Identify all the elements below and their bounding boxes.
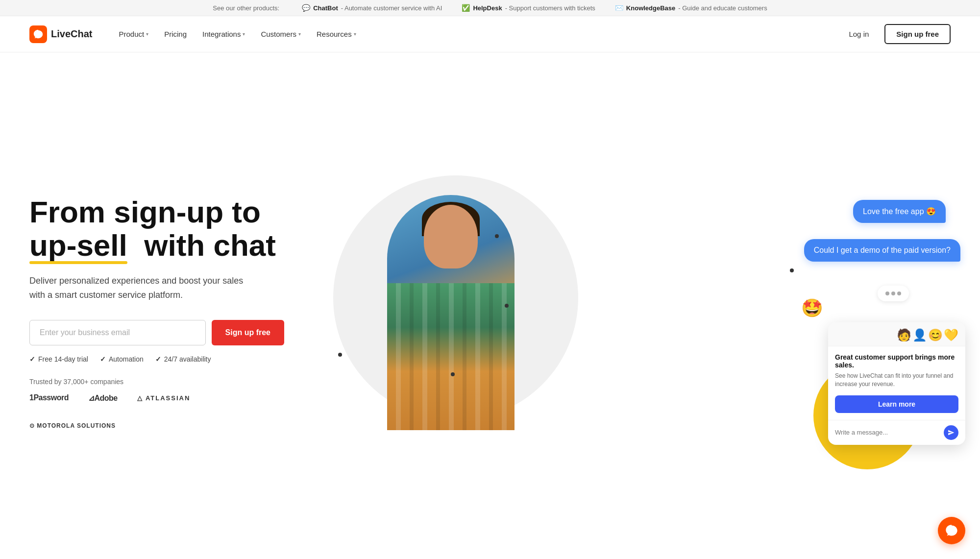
dot-3 [338, 353, 342, 357]
trusted-label: Trusted by 37,000+ companies [29, 378, 294, 386]
chat-widget-body: Great customer support brings more sales… [828, 346, 965, 420]
emoji-row: 🧑 👤 😊 💛 [897, 328, 958, 342]
person-head [424, 205, 478, 268]
nav-integrations[interactable]: Integrations ▾ [196, 26, 252, 42]
hero-title: From sign-up to up-sell with chat [29, 195, 294, 262]
login-button[interactable]: Log in [839, 25, 879, 43]
logo-1password: 1Password [29, 393, 69, 402]
hero-illustration: Love the free app 😍 Could I get a demo o… [314, 170, 951, 455]
nav-product[interactable]: Product ▾ [112, 26, 155, 42]
product-chevron-icon: ▾ [146, 31, 148, 37]
chat-message-input[interactable] [835, 429, 940, 436]
person-stripes [387, 283, 514, 430]
learn-more-button[interactable]: Learn more [835, 395, 958, 413]
emoji-1: 🧑 [897, 328, 911, 342]
banner-see-label: See our other products: [213, 4, 279, 12]
typing-dot-2 [891, 292, 895, 295]
person-clothing [387, 283, 514, 430]
email-input[interactable] [29, 320, 206, 345]
knowledgebase-icon: ✉️ [615, 4, 623, 12]
logo-adobe: ⊿Adobe [88, 393, 118, 403]
send-message-button[interactable] [944, 425, 958, 440]
hero-features: ✓ Free 14-day trial ✓ Automation ✓ 24/7 … [29, 355, 294, 363]
banner-helpdesk[interactable]: ✅ HelpDesk - Support customers with tick… [462, 4, 595, 12]
chatbot-name: ChatBot [313, 4, 338, 12]
feature-availability: ✓ 24/7 availability [155, 355, 211, 363]
chat-widget-title: Great customer support brings more sales… [835, 353, 958, 369]
resources-chevron-icon: ▾ [354, 31, 356, 37]
typing-dot-1 [885, 292, 889, 295]
nav-signup-button[interactable]: Sign up free [884, 24, 951, 44]
knowledgebase-name: KnowledgeBase [626, 4, 675, 12]
hero-content: From sign-up to up-sell with chat Delive… [29, 195, 314, 429]
hero-signup-button[interactable]: Sign up free [212, 320, 284, 345]
floating-chat-icon [945, 524, 958, 537]
emoji-4: 💛 [944, 328, 958, 342]
typing-indicator [878, 286, 909, 301]
typing-dot-3 [897, 292, 901, 295]
knowledgebase-desc: - Guide and educate customers [678, 4, 767, 12]
feature-trial: ✓ Free 14-day trial [29, 355, 88, 363]
floating-chat-button[interactable] [938, 517, 965, 544]
integrations-chevron-icon: ▾ [243, 31, 245, 37]
chat-bubble-2: Could I get a demo of the paid version? [804, 239, 960, 262]
send-icon [948, 429, 955, 436]
banner-knowledgebase[interactable]: ✉️ KnowledgeBase - Guide and educate cus… [615, 4, 767, 12]
emoji-stickers: 🤩 [801, 298, 823, 318]
dot-1 [495, 234, 499, 238]
check-icon-2: ✓ [100, 355, 106, 363]
chatbot-desc: - Automate customer service with AI [341, 4, 442, 12]
chatbot-icon: 💬 [302, 4, 310, 12]
top-banner: See our other products: 💬 ChatBot - Auto… [0, 0, 980, 16]
signup-form: Sign up free [29, 320, 284, 345]
hero-description: Deliver personalized experiences and boo… [29, 274, 255, 302]
trusted-section: Trusted by 37,000+ companies 1Password ⊿… [29, 363, 294, 429]
person-body-shape [387, 195, 514, 430]
chat-widget-input-area [828, 420, 965, 445]
person-image [368, 175, 534, 430]
logo-icon [29, 25, 47, 43]
emoji-2: 👤 [912, 328, 927, 342]
nav-pricing[interactable]: Pricing [157, 26, 194, 42]
hero-section: From sign-up to up-sell with chat Delive… [0, 52, 980, 559]
nav-actions: Log in Sign up free [839, 24, 951, 44]
check-icon-3: ✓ [155, 355, 161, 363]
logo-link[interactable]: LiveChat [29, 25, 92, 43]
logo-text: LiveChat [51, 28, 92, 40]
emoji-3: 😊 [928, 328, 943, 342]
logo-motorola: ⊙ MOTOROLA SOLUTIONS [29, 422, 116, 429]
nav-customers[interactable]: Customers ▾ [254, 26, 308, 42]
dot-5 [451, 372, 455, 376]
chat-widget-desc: See how LiveChat can fit into your funne… [835, 372, 958, 389]
trusted-logos: 1Password ⊿Adobe △ ATLASSIAN ⊙ MOTOROLA … [29, 393, 294, 429]
banner-chatbot[interactable]: 💬 ChatBot - Automate customer service wi… [302, 4, 442, 12]
chat-bubble-1: Love the free app 😍 [853, 200, 946, 223]
nav-links: Product ▾ Pricing Integrations ▾ Custome… [112, 26, 839, 42]
logo-atlassian: △ ATLASSIAN [137, 394, 191, 402]
feature-automation: ✓ Automation [100, 355, 144, 363]
helpdesk-icon: ✅ [462, 4, 470, 12]
nav-resources[interactable]: Resources ▾ [310, 26, 363, 42]
customers-chevron-icon: ▾ [298, 31, 301, 37]
dot-2 [790, 268, 794, 272]
logo-svg [33, 29, 44, 40]
hero-upsell-text: up-sell [29, 229, 127, 262]
helpdesk-name: HelpDesk [473, 4, 502, 12]
chat-widget: 🧑 👤 😊 💛 Great customer support brings mo… [828, 322, 965, 445]
dot-4 [505, 304, 509, 308]
chat-widget-header: 🧑 👤 😊 💛 [828, 322, 965, 346]
helpdesk-desc: - Support customers with tickets [505, 4, 595, 12]
main-nav: LiveChat Product ▾ Pricing Integrations … [0, 16, 980, 52]
check-icon-1: ✓ [29, 355, 35, 363]
